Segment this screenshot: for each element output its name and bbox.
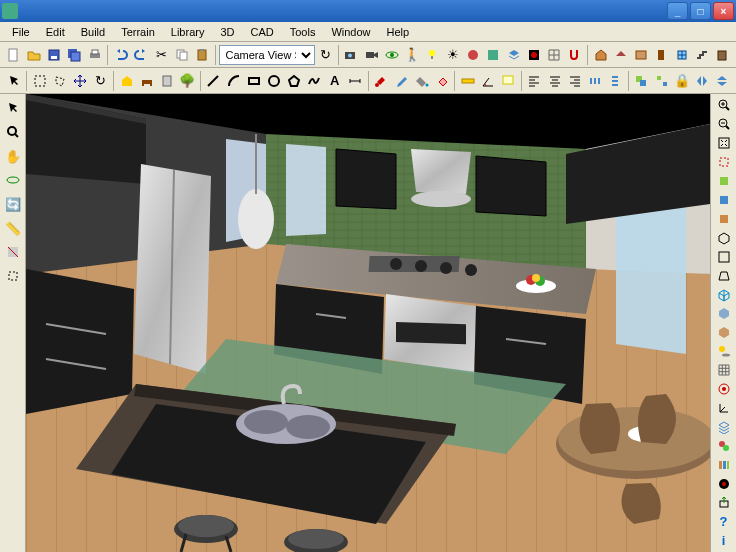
persp-icon[interactable] [713, 267, 735, 284]
menu-3d[interactable]: 3D [212, 24, 242, 40]
measure-icon[interactable] [458, 70, 477, 92]
rotate-icon[interactable]: ↻ [91, 70, 110, 92]
paint-icon[interactable] [371, 70, 390, 92]
info-icon[interactable]: i [713, 532, 735, 549]
minimize-button[interactable]: _ [667, 2, 688, 20]
furniture-icon[interactable] [137, 70, 156, 92]
render-icon[interactable] [524, 44, 543, 66]
move-icon[interactable] [71, 70, 90, 92]
dist-v-icon[interactable] [606, 70, 625, 92]
view-front-icon[interactable] [713, 192, 735, 209]
home-icon[interactable] [591, 44, 610, 66]
circle-icon[interactable] [264, 70, 283, 92]
save-icon[interactable] [45, 44, 64, 66]
plant-icon[interactable]: 🌳 [178, 70, 197, 92]
house-tool-icon[interactable] [117, 70, 136, 92]
view-iso-icon[interactable] [713, 229, 735, 246]
pointer-tool-icon[interactable] [2, 97, 24, 119]
menu-file[interactable]: File [4, 24, 38, 40]
render-panel-icon[interactable] [713, 475, 735, 492]
wire-icon[interactable] [713, 286, 735, 303]
ortho-icon[interactable] [713, 248, 735, 265]
paste-icon[interactable] [192, 44, 211, 66]
refresh-icon[interactable]: ↻ [316, 44, 335, 66]
snap-icon[interactable] [565, 44, 584, 66]
select-poly-icon[interactable] [50, 70, 69, 92]
flip-v-icon[interactable] [713, 70, 732, 92]
window-tool-icon[interactable] [672, 44, 691, 66]
menu-window[interactable]: Window [323, 24, 378, 40]
materials-panel-icon[interactable] [713, 437, 735, 454]
undo-icon[interactable] [111, 44, 130, 66]
spline-icon[interactable] [305, 70, 324, 92]
menu-cad[interactable]: CAD [242, 24, 281, 40]
wall-icon[interactable] [631, 44, 650, 66]
walk-icon[interactable]: 🚶 [403, 44, 422, 66]
pointer-icon[interactable] [4, 70, 23, 92]
fill-icon[interactable] [412, 70, 431, 92]
align-left-icon[interactable] [525, 70, 544, 92]
light-icon[interactable] [423, 44, 442, 66]
section-tool-icon[interactable] [2, 241, 24, 263]
erase-icon[interactable] [432, 70, 451, 92]
grid-toggle-icon[interactable] [713, 362, 735, 379]
menu-build[interactable]: Build [73, 24, 113, 40]
menu-terrain[interactable]: Terrain [113, 24, 163, 40]
texture-icon[interactable] [484, 44, 503, 66]
snap-toggle-icon[interactable] [713, 381, 735, 398]
sun-icon[interactable]: ☀ [443, 44, 462, 66]
rect-icon[interactable] [244, 70, 263, 92]
menu-help[interactable]: Help [379, 24, 418, 40]
select-rect-icon[interactable] [30, 70, 49, 92]
copy-icon[interactable] [172, 44, 191, 66]
cabinet-icon[interactable] [713, 44, 732, 66]
camera-icon[interactable] [342, 44, 361, 66]
zoom-fit-icon[interactable] [713, 135, 735, 152]
angle-icon[interactable] [478, 70, 497, 92]
clip-tool-icon[interactable] [2, 265, 24, 287]
orbit-tool-icon[interactable] [2, 169, 24, 191]
align-center-icon[interactable] [545, 70, 564, 92]
save-all-icon[interactable] [65, 44, 84, 66]
note-icon[interactable] [499, 70, 518, 92]
close-button[interactable]: × [713, 2, 734, 20]
help-icon[interactable]: ? [713, 513, 735, 530]
lock-icon[interactable]: 🔒 [672, 70, 691, 92]
flip-h-icon[interactable] [693, 70, 712, 92]
view-top-icon[interactable] [713, 173, 735, 190]
appliance-icon[interactable] [157, 70, 176, 92]
video-icon[interactable] [362, 44, 381, 66]
texture-view-icon[interactable] [713, 324, 735, 341]
poly-icon[interactable] [285, 70, 304, 92]
redo-icon[interactable] [132, 44, 151, 66]
axis-icon[interactable] [713, 400, 735, 417]
zoom-tool-icon[interactable] [2, 121, 24, 143]
menu-edit[interactable]: Edit [38, 24, 73, 40]
menu-tools[interactable]: Tools [282, 24, 324, 40]
viewport-3d[interactable] [26, 94, 710, 552]
print-icon[interactable] [85, 44, 104, 66]
spin-tool-icon[interactable]: 🔄 [2, 193, 24, 215]
ungroup-icon[interactable] [652, 70, 671, 92]
zoom-in-icon[interactable] [713, 97, 735, 114]
new-icon[interactable] [4, 44, 23, 66]
camera-view-dropdown[interactable]: Camera View Set [219, 45, 315, 65]
pan-tool-icon[interactable]: ✋ [2, 145, 24, 167]
roof-icon[interactable] [611, 44, 630, 66]
stairs-icon[interactable] [692, 44, 711, 66]
zoom-sel-icon[interactable] [713, 154, 735, 171]
cut-icon[interactable]: ✂ [152, 44, 171, 66]
text-icon[interactable]: A [325, 70, 344, 92]
grid-icon[interactable] [544, 44, 563, 66]
group-icon[interactable] [632, 70, 651, 92]
menu-library[interactable]: Library [163, 24, 213, 40]
shadow-icon[interactable] [713, 343, 735, 360]
export-icon[interactable] [713, 494, 735, 511]
view-side-icon[interactable] [713, 210, 735, 227]
library-panel-icon[interactable] [713, 456, 735, 473]
dropper-icon[interactable] [392, 70, 411, 92]
layers-icon[interactable] [713, 418, 735, 435]
material-icon[interactable] [463, 44, 482, 66]
align-right-icon[interactable] [565, 70, 584, 92]
open-icon[interactable] [24, 44, 43, 66]
